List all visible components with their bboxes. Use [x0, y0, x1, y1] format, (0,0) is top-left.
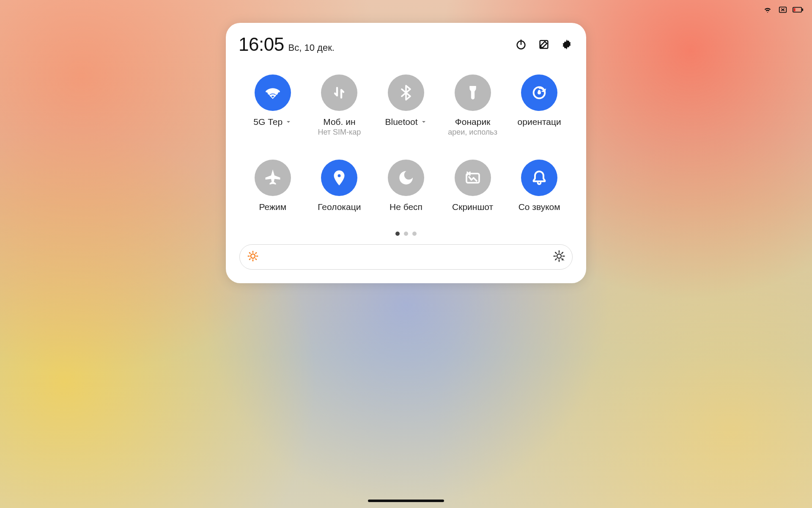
- flashlight-icon: [455, 75, 491, 111]
- tile-label: Моб. ин: [323, 117, 355, 127]
- mobiledata-icon: [321, 75, 357, 111]
- tile-label-row: ориентаци: [510, 117, 569, 127]
- svg-rect-10: [538, 90, 540, 93]
- tile-label-row: Геолокаци: [310, 202, 369, 212]
- svg-rect-3: [794, 8, 796, 11]
- power-button[interactable]: [514, 38, 528, 51]
- tile-label-row: Моб. ин: [310, 117, 369, 127]
- tile-label-row: Фонарик: [443, 117, 502, 127]
- tile-location[interactable]: Геолокаци: [306, 160, 373, 212]
- bluetooth-icon: [388, 75, 424, 111]
- tile-rotation[interactable]: ориентаци: [506, 75, 573, 137]
- quick-settings-panel: 16:05 Вс, 10 дек. 5G ТерМоб. инНет SIM-к…: [226, 23, 586, 283]
- tile-label: Режим: [259, 202, 286, 212]
- tile-sublabel: ареи, использ: [448, 128, 497, 137]
- tile-dnd[interactable]: Не бесп: [373, 160, 439, 212]
- tile-mobiledata[interactable]: Моб. инНет SIM-кар: [306, 75, 373, 137]
- brightness-low-icon: [247, 250, 259, 264]
- status-bar: [762, 5, 804, 14]
- tile-label: Фонарик: [455, 117, 491, 127]
- edit-tiles-button[interactable]: [537, 38, 551, 51]
- tiles-grid: 5G ТерМоб. инНет SIM-карBluetootФонарика…: [237, 75, 575, 212]
- svg-rect-2: [802, 8, 803, 11]
- tile-label-row: Со звуком: [510, 202, 569, 212]
- tile-label: Геолокаци: [318, 202, 361, 212]
- svg-text:A: A: [562, 257, 564, 262]
- tile-label: Не бесп: [390, 202, 422, 212]
- tile-label-row: Скриншот: [443, 202, 502, 212]
- no-sim-icon: [777, 5, 788, 14]
- tile-label: Bluetoot: [385, 117, 417, 127]
- chevron-down-icon[interactable]: [285, 119, 292, 125]
- brightness-row: A: [237, 244, 575, 270]
- tile-flashlight[interactable]: Фонарикареи, использ: [439, 75, 506, 137]
- svg-point-11: [337, 174, 341, 178]
- page-dot[interactable]: [404, 232, 408, 236]
- time-block[interactable]: 16:05 Вс, 10 дек.: [239, 34, 335, 55]
- tile-sound[interactable]: Со звуком: [506, 160, 573, 212]
- svg-point-14: [557, 254, 561, 258]
- page-dot[interactable]: [395, 232, 400, 236]
- page-dots[interactable]: [237, 232, 575, 236]
- rotation-icon: [521, 75, 557, 111]
- battery-low-icon: [793, 5, 804, 14]
- tile-wifi[interactable]: 5G Тер: [239, 75, 306, 137]
- header-actions: [514, 38, 573, 51]
- settings-button[interactable]: [560, 38, 573, 51]
- chevron-down-icon[interactable]: [420, 119, 427, 125]
- tile-sublabel: Нет SIM-кар: [318, 128, 361, 137]
- clock-text: 16:05: [239, 34, 284, 55]
- tile-label: ориентаци: [518, 117, 561, 127]
- sound-icon: [521, 160, 557, 196]
- tile-label: Со звуком: [518, 202, 560, 212]
- date-text: Вс, 10 дек.: [288, 42, 335, 53]
- page-dot[interactable]: [412, 232, 417, 236]
- auto-brightness-icon[interactable]: A: [553, 250, 565, 264]
- svg-rect-7: [470, 86, 475, 88]
- tile-label-row: Режим: [243, 202, 302, 212]
- tile-screenshot[interactable]: Скриншот: [439, 160, 506, 212]
- tile-label: 5G Тер: [253, 117, 283, 127]
- panel-header: 16:05 Вс, 10 дек.: [237, 34, 575, 59]
- tile-label: Скриншот: [452, 202, 493, 212]
- navigation-pill[interactable]: [368, 500, 444, 502]
- brightness-slider[interactable]: A: [239, 244, 573, 270]
- screenshot-icon: [455, 160, 491, 196]
- tile-label-row: Не бесп: [376, 202, 436, 212]
- wifi-icon: [255, 75, 291, 111]
- dnd-icon: [388, 160, 424, 196]
- tile-airplane[interactable]: Режим: [239, 160, 306, 212]
- tile-label-row: 5G Тер: [243, 117, 302, 127]
- tile-bluetooth[interactable]: Bluetoot: [373, 75, 439, 137]
- location-icon: [321, 160, 357, 196]
- airplane-icon: [255, 160, 291, 196]
- wifi-icon: [762, 5, 773, 14]
- svg-point-13: [251, 254, 255, 258]
- tile-label-row: Bluetoot: [376, 117, 436, 127]
